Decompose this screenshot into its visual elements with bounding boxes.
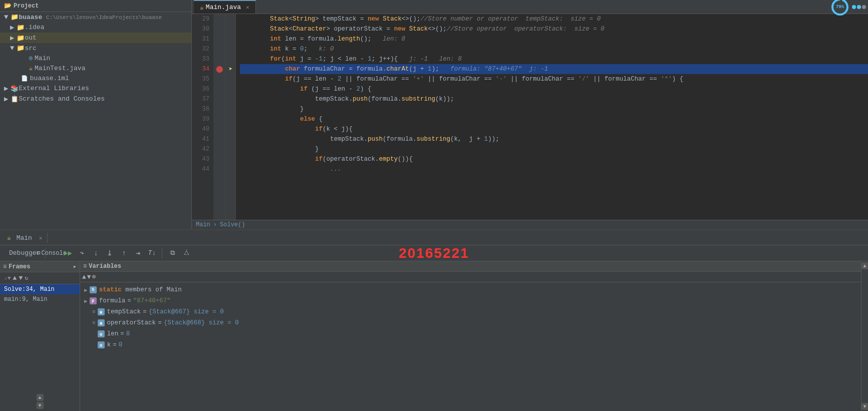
code-line-29: Stack<String> tempStack = new Stack<>();… <box>240 14 868 24</box>
code-line-44: ... <box>240 164 868 174</box>
step-into-icon: ↓ <box>94 249 98 257</box>
console-btn[interactable]: ⊟ Console ▸ <box>48 247 60 259</box>
frames-header-icon: ≡ <box>3 263 7 270</box>
frames-up-btn[interactable]: ▲ <box>13 274 17 282</box>
breadcrumb-main[interactable]: Main <box>196 221 210 228</box>
scroll-up-btn[interactable]: ▲ <box>37 394 44 401</box>
scratches-label: Scratches and Consoles <box>19 95 105 103</box>
frames-icon-btn[interactable]: ⧉ <box>166 247 178 259</box>
out-label: out <box>25 34 36 42</box>
frames-header: ≡ Frames ▸ <box>0 261 80 272</box>
src-icon: 📁 <box>17 44 25 52</box>
step-over-btn[interactable]: ↷ <box>76 247 88 259</box>
idea-icon: 📁 <box>17 24 25 32</box>
frame-item-solve[interactable]: Solve:34, Main <box>0 284 80 294</box>
sidebar-item-main[interactable]: ⊙ Main <box>0 53 191 63</box>
sidebar-item-external-libraries[interactable]: ▶ 📚 External Libraries <box>0 83 191 94</box>
tab-java-icon: ☕ <box>200 4 204 12</box>
code-line-32: int k = 0; k: 0 <box>240 44 868 54</box>
editor-tab-main[interactable]: ☕ Main.java ✕ <box>194 0 256 14</box>
var-row-static[interactable]: ▶ S static members of Main <box>80 284 861 295</box>
opstack-eq: = <box>158 319 162 326</box>
code-line-35: if(j == len - 2 || formulaChar == '+' ||… <box>240 74 868 84</box>
var-up-btn[interactable]: ▲ <box>82 273 86 281</box>
debug-tab-main[interactable]: ☕ Main ✕ <box>2 233 48 243</box>
code-line-34: char formulaChar = formula.charAt(j + 1)… <box>240 64 868 74</box>
frames-restore-btn[interactable]: ↻ <box>25 274 28 282</box>
code-line-33: for(int j = -1; j < len - 1; j++){ j: -1… <box>240 54 868 64</box>
step-out-icon: ↑ <box>122 249 126 257</box>
editor-content[interactable]: 2930313233 34 3536373839 4041424344 ⬤ <box>192 14 868 220</box>
variables-header-icon: ≡ <box>83 263 87 270</box>
opstack-expand-icon[interactable]: ≡ <box>92 320 96 326</box>
main-class-icon: ⊙ <box>29 55 33 62</box>
tempstack-eq: = <box>143 308 147 315</box>
frames-down-btn[interactable]: ▼ <box>19 274 23 282</box>
debug-gutter: ➤ <box>226 14 236 220</box>
tempstack-expand-icon[interactable]: ≡ <box>92 309 96 315</box>
external-libraries-label: External Libraries <box>19 85 89 92</box>
step-into-btn[interactable]: ↓ <box>90 247 102 259</box>
code-line-40: if(k < j){ <box>240 124 868 134</box>
formula-name: formula <box>99 297 126 304</box>
k-value: 0 <box>119 341 123 348</box>
gutter: ⬤ <box>214 14 226 220</box>
scroll-down-btn[interactable]: ▼ <box>37 402 44 409</box>
var-row-operatorstack[interactable]: ≡ ▦ operatorStack = {Stack@668} size = 0 <box>80 317 861 328</box>
sidebar-item-maintest[interactable]: ☕ MainTest.java <box>0 63 191 73</box>
dot2 <box>857 5 861 9</box>
sidebar-item-root[interactable]: ▼ 📁 buaase C:\Users\lenovo\IdeaProjects\… <box>0 12 191 22</box>
frames-list: Solve:34, Main main:9, Main <box>0 284 80 304</box>
main-scroll-up[interactable]: ▲ <box>861 262 869 269</box>
code-line-31: int len = formula.length(); len: 8 <box>240 34 868 44</box>
step-out-btn[interactable]: ↑ <box>118 247 130 259</box>
run-to-cursor-btn[interactable]: ⇥ <box>132 247 144 259</box>
code-line-43: if(operatorStack.empty()){ <box>240 154 868 164</box>
breadcrumb-solve[interactable]: Solve() <box>220 221 245 228</box>
sidebar-item-out[interactable]: ▶ 📁 out <box>0 33 191 43</box>
sidebar-item-scratches[interactable]: ▶ 📋 Scratches and Consoles <box>0 94 191 104</box>
var-row-formula[interactable]: ▶ p formula = "87+40+67" <box>80 295 861 306</box>
evaluate-btn[interactable]: T↓ <box>146 247 158 259</box>
var-row-tempstack[interactable]: ≡ ▦ tempStack = {Stack@667} size = 0 <box>80 306 861 317</box>
editor-tabs: ☕ Main.java ✕ 79% <box>192 0 868 14</box>
run-cursor-icon: ⇥ <box>136 249 140 257</box>
opstack-value: {Stack@668} size = 0 <box>164 319 239 326</box>
breadcrumb: Main › Solve() <box>192 220 868 229</box>
scratches-icon: 📋 <box>11 95 19 103</box>
var-row-len[interactable]: ▶ ▨ len = 8 <box>80 328 861 339</box>
var-row-k[interactable]: ▶ ▨ k = 0 <box>80 339 861 350</box>
k-eq: = <box>113 341 117 348</box>
var-toolbar: ▲ ▼ ⊕ <box>80 272 861 282</box>
code-line-39: else { <box>240 114 868 124</box>
resume-btn[interactable]: ▶▶ <box>62 247 74 259</box>
iml-expand-icon <box>10 74 19 82</box>
sidebar-item-iml[interactable]: 📄 buaase.iml <box>0 73 191 83</box>
sidebar-item-src[interactable]: ▼ 📁 src <box>0 43 191 53</box>
len-expand-icon: ▶ <box>92 331 96 337</box>
debug-tab-close[interactable]: ✕ <box>39 235 43 241</box>
dropdown-icon[interactable]: ⬦▼ <box>4 275 11 281</box>
tab-close-icon[interactable]: ✕ <box>246 4 249 11</box>
project-icon: 📂 <box>4 2 12 10</box>
force-step-into-btn[interactable]: ⤓ <box>104 247 116 259</box>
opstack-name: operatorStack <box>107 319 156 326</box>
static-expand-icon[interactable]: ▶ <box>84 287 88 293</box>
code-line-42: } <box>240 144 868 154</box>
var-add-btn[interactable]: ⊕ <box>92 273 96 281</box>
root-expand-icon: ▼ <box>4 13 8 21</box>
var-down-btn[interactable]: ▼ <box>87 273 91 281</box>
k-expand-icon: ▶ <box>92 342 96 348</box>
formula-expand-icon[interactable]: ▶ <box>84 298 88 304</box>
threads-btn[interactable]: ⧊ <box>180 247 192 259</box>
len-icon: ▨ <box>98 330 105 337</box>
main-scroll-down[interactable]: ▼ <box>861 403 869 410</box>
breakpoint-icon[interactable]: ⬤ <box>216 65 223 73</box>
frame-item-main[interactable]: main:9, Main <box>0 294 80 304</box>
resume-icon: ▶▶ <box>64 249 72 257</box>
code-line-37: tempStack.push(formula.substring(k)); <box>240 94 868 104</box>
opstack-icon: ▦ <box>98 319 105 326</box>
sidebar-item-idea[interactable]: ▶ 📁 .idea <box>0 22 191 33</box>
frames-arrow-icon[interactable]: ▸ <box>73 263 77 270</box>
code-line-30: Stack<Character> operatorStack = new Sta… <box>240 24 868 34</box>
